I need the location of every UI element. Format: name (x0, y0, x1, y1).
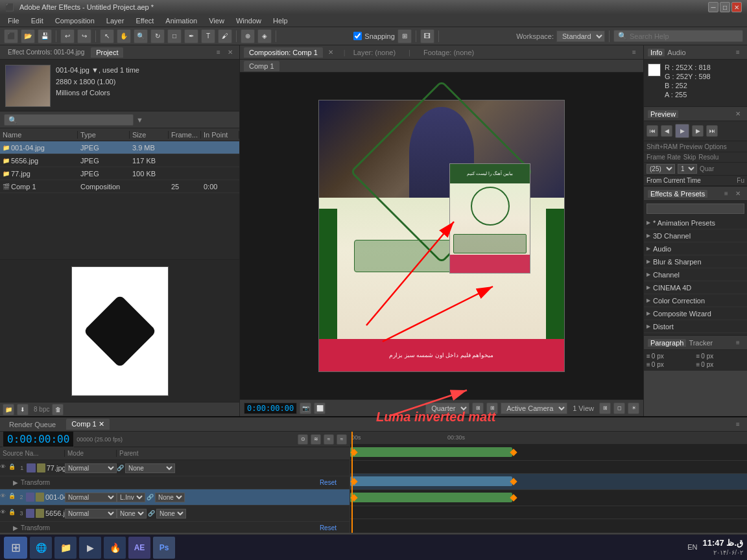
taskbar-firefox[interactable]: 🔥 (104, 537, 126, 559)
effect-item-distort[interactable]: ▶ Distort (644, 320, 747, 333)
active-camera-select[interactable]: Active Camera (501, 402, 567, 414)
comp-menu-button[interactable]: ≡ (629, 47, 639, 58)
exposure-button[interactable]: ☀ (628, 402, 639, 414)
puppet-tool[interactable]: ◈ (257, 29, 272, 43)
menu-layer[interactable]: Layer (101, 16, 130, 26)
playhead[interactable] (351, 432, 353, 533)
frame-blend-button[interactable]: ≋ (311, 434, 321, 445)
skip-to-start-button[interactable]: ⏮ (646, 125, 658, 137)
undo-button[interactable]: ↩ (60, 29, 75, 43)
reset-label-1[interactable]: Reset (320, 479, 337, 486)
quality-select[interactable]: Quarter Half Full (425, 402, 469, 414)
text-tool[interactable]: T (201, 29, 215, 43)
region-of-interest-button[interactable]: ◻ (613, 402, 625, 414)
effect-item-cinema4d[interactable]: ▶ CINEMA 4D (644, 281, 747, 294)
table-row[interactable]: 📁 001-04.jpg JPEG 3.9 MB (0, 141, 239, 154)
skip-select[interactable]: 1 (678, 164, 697, 174)
tab-paragraph[interactable]: Paragraph (648, 339, 686, 347)
camera-button[interactable]: 📷 (300, 402, 311, 414)
layer-1-visibility-toggle[interactable]: 👁 (0, 463, 8, 472)
motion-sketch-button[interactable]: 🎞 (420, 29, 434, 43)
zoom-tool[interactable]: 🔍 (134, 29, 148, 43)
step-back-button[interactable]: ◀ (661, 125, 672, 137)
transparency-button[interactable]: ⬜ (314, 402, 326, 414)
layer-1-lock-toggle[interactable]: 🔒 (8, 463, 17, 472)
delete-item-button[interactable]: 🗑 (52, 404, 64, 415)
layer-2-matte-select[interactable]: L.Inv (117, 493, 145, 502)
shape-tool[interactable]: □ (167, 29, 182, 43)
tab-preview[interactable]: Preview (648, 110, 678, 118)
search-help-input[interactable] (630, 32, 739, 40)
timeline-menu-button[interactable]: ≡ (733, 419, 743, 430)
hand-tool[interactable]: ✋ (117, 29, 131, 43)
skip-to-end-button[interactable]: ⏭ (706, 125, 718, 137)
menu-animation[interactable]: Animation (160, 16, 202, 26)
menu-file[interactable]: File (3, 16, 25, 26)
search-dropdown-icon[interactable]: ▼ (136, 116, 143, 124)
layer-2-visibility-toggle[interactable]: 👁 (0, 493, 8, 502)
new-folder-button[interactable]: 📁 (3, 404, 14, 415)
select-tool[interactable]: ↖ (100, 29, 114, 43)
comp-tab-label[interactable]: Comp 1 (244, 61, 279, 71)
frame-rate-select[interactable]: (25) (646, 164, 675, 174)
new-comp-button[interactable]: ⬛ (4, 29, 18, 43)
pen-tool[interactable]: ✒ (184, 29, 198, 43)
motion-blur-button[interactable]: ≈ (324, 434, 334, 445)
workspace-select[interactable]: Standard (556, 30, 605, 42)
panel-close-button[interactable]: ✕ (225, 47, 235, 58)
import-button[interactable]: ⬇ (17, 404, 29, 415)
close-button[interactable]: ✕ (731, 2, 742, 12)
taskbar-ie[interactable]: 🌐 (30, 537, 52, 559)
preview-menu-button[interactable]: ✕ (733, 109, 743, 119)
table-row[interactable]: 📁 77.jpg JPEG 100 KB (0, 167, 239, 180)
panel-menu-button[interactable]: ≡ (213, 47, 224, 58)
effect-item-audio[interactable]: ▶ Audio (644, 242, 747, 255)
menu-effect[interactable]: Effect (130, 16, 159, 26)
tab-effects-presets[interactable]: Effects & Presets (648, 190, 707, 198)
taskbar-media[interactable]: ▶ (79, 537, 101, 559)
layer-3-lock-toggle[interactable]: 🔒 (8, 509, 17, 518)
snapping-options-button[interactable]: ⊞ (397, 29, 412, 43)
table-row[interactable]: 🎬 Comp 1 Composition 25 0:00 (0, 180, 239, 193)
tab-composition[interactable]: Composition: Comp 1 (244, 47, 323, 58)
resolution-button[interactable]: ⊞ (472, 402, 484, 414)
layer-1-parent-select[interactable]: None (125, 463, 175, 473)
menu-help[interactable]: Help (268, 16, 293, 26)
effect-item-composite-wizard[interactable]: ▶ Composite Wizard (644, 307, 747, 320)
minimize-button[interactable]: ─ (708, 2, 718, 12)
taskbar-aftereffects[interactable]: AE (128, 537, 150, 559)
layer-3-matte-select[interactable]: None (117, 509, 147, 519)
menu-view[interactable]: View (204, 16, 230, 26)
effects-close-button[interactable]: ✕ (733, 189, 743, 199)
graph-editor-button[interactable]: ≈ (337, 434, 347, 445)
tab-render-queue[interactable]: Render Queue (4, 419, 61, 430)
menu-window[interactable]: Window (231, 16, 267, 26)
tab-project[interactable]: Project (91, 47, 123, 58)
layer-2-mode-select[interactable]: Normal (65, 493, 117, 502)
comp-close-button[interactable]: ✕ (326, 47, 336, 58)
layer-2-parent-select[interactable]: None (155, 493, 185, 502)
paragraph-menu-button[interactable]: ≡ (733, 338, 743, 348)
effect-item-animation-presets[interactable]: ▶ * Animation Presets (644, 216, 747, 229)
toggle-grid-button[interactable]: ⊞ (486, 402, 498, 414)
project-search-input[interactable] (4, 114, 134, 126)
taskbar-photoshop[interactable]: Ps (153, 537, 175, 559)
reset-label-3[interactable]: Reset (320, 524, 337, 531)
tab-audio[interactable]: Audio (665, 49, 688, 56)
menu-composition[interactable]: Composition (50, 16, 100, 26)
table-row[interactable]: 📁 5656.jpg JPEG 117 KB (0, 154, 239, 167)
tab-comp1-timeline[interactable]: Comp 1 ✕ (66, 419, 110, 430)
tab-tracker[interactable]: Tracker (686, 339, 715, 347)
tab-effect-controls[interactable]: Effect Controls: 001-04.jpg (4, 47, 88, 57)
effect-item-color-correction[interactable]: ▶ Color Correction (644, 294, 747, 307)
toggle-solo-button[interactable]: ⊙ (298, 434, 308, 445)
maximize-button[interactable]: □ (720, 2, 730, 12)
clone-tool[interactable]: ⊕ (241, 29, 255, 43)
layer-3-mode-select[interactable]: Normal (65, 509, 117, 519)
open-button[interactable]: 📂 (21, 29, 35, 43)
layer-2-lock-toggle[interactable]: 🔒 (8, 493, 17, 502)
play-stop-button[interactable]: ▶ (675, 124, 689, 138)
brush-tool[interactable]: 🖌 (218, 29, 232, 43)
effects-search-input[interactable] (646, 204, 744, 214)
tab-info[interactable]: Info (648, 49, 665, 56)
